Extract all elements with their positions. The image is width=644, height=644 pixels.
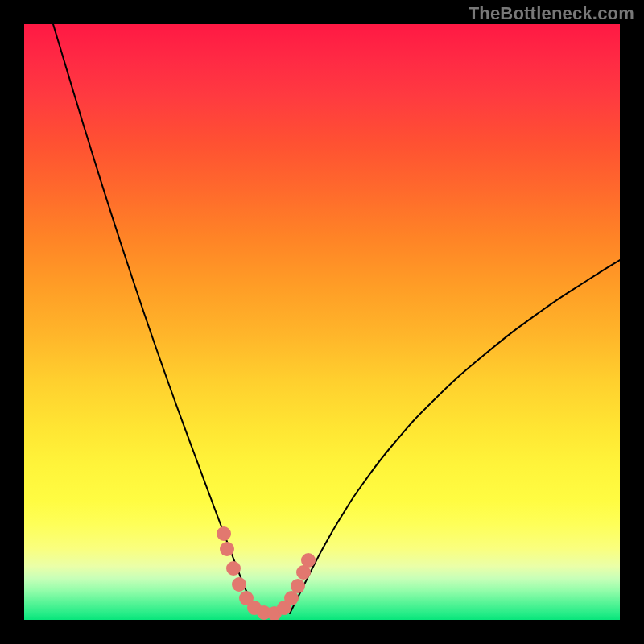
marker-dot	[226, 561, 241, 576]
marker-dot	[291, 579, 305, 593]
curve-left-curve	[53, 24, 258, 613]
plot-area	[24, 24, 620, 620]
watermark-text: TheBottleneck.com	[469, 3, 634, 24]
curve-right-curve	[290, 260, 620, 613]
chart-svg	[24, 24, 620, 620]
marker-dot	[301, 553, 316, 568]
marker-dot	[217, 526, 231, 541]
marker-dot	[232, 577, 246, 592]
chart-frame: TheBottleneck.com	[0, 0, 644, 644]
marker-dot	[220, 542, 234, 556]
